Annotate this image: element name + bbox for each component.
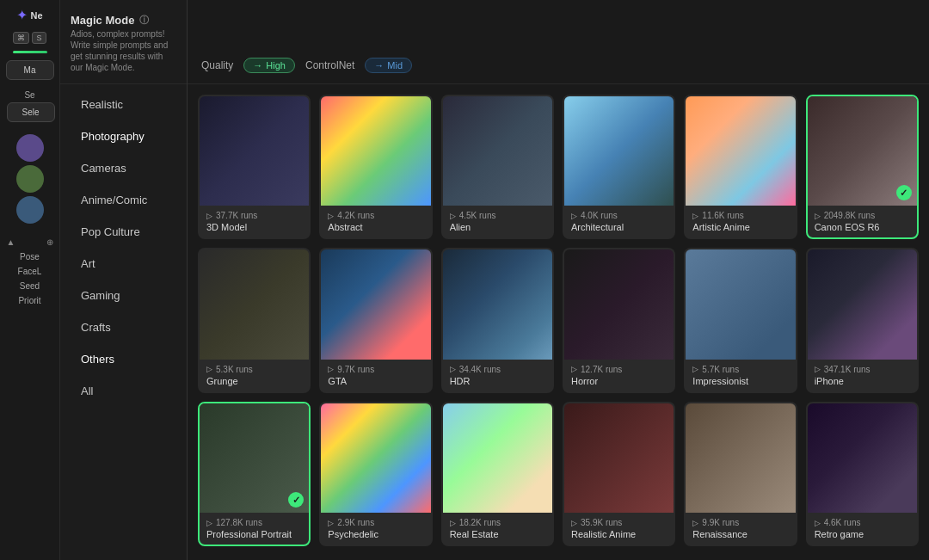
progress-bar [13,51,47,53]
style-item-iphone[interactable]: ▷ 347.1K runs iPhone [806,248,919,392]
controlnet-badge[interactable]: → Mid [365,58,412,73]
category-item-others[interactable]: Others [65,344,181,374]
category-dropdown: Magic Mode ⓘ Adios, complex prompts! Wri… [60,0,188,560]
style-item-gta[interactable]: ▷ 9.7K runs GTA [319,248,432,392]
selected-check: ✓ [288,492,304,508]
style-item-retro[interactable]: ▷ 4.6K runs Retro game [806,402,919,546]
style-item-psychedelic[interactable]: ▷ 2.9K runs Psychedelic [319,402,432,546]
style-runs-3d-model: ▷ 37.7K runs [206,211,302,220]
magic-label[interactable]: Ma [6,60,54,80]
seed-label[interactable]: Seed [20,281,40,291]
style-item-abstract[interactable]: ▷ 4.2K runs Abstract [319,95,432,239]
play-icon: ▷ [692,519,698,527]
style-runs-impressionist: ▷ 5.7K runs [692,365,788,374]
pose-label[interactable]: Pose [20,252,40,262]
play-icon: ▷ [815,212,821,220]
category-item-gaming[interactable]: Gaming [65,280,181,311]
quality-badge[interactable]: → High [243,58,295,73]
style-runs-realistic-anime: ▷ 35.9K runs [571,518,667,527]
style-runs-horror: ▷ 12.7K runs [571,365,667,374]
style-name-canon: Canon EOS R6 [815,222,910,232]
style-item-renaissance[interactable]: ▷ 9.9K runs Renaissance [684,402,797,546]
style-image-portrait: ✓ [200,403,309,513]
controlnet-label: ControlNet [305,59,354,71]
style-runs-portrait: ▷ 127.8K runs [206,518,302,527]
style-info-grunge: ▷ 5.3K runs Grunge [200,360,309,391]
style-image-hdr [443,249,552,359]
avatar-2 [16,165,44,193]
style-name-grunge: Grunge [206,376,302,386]
category-list: RealisticPhotographyCamerasAnime/ComicPo… [60,89,187,406]
style-name-artistic-anime: Artistic Anime [692,222,788,232]
style-image-architectural [564,96,674,206]
section-toggle[interactable]: ▲ ⊕ [7,237,53,247]
category-item-cameras[interactable]: Cameras [65,153,181,183]
style-name-psychedelic: Psychedelic [328,529,423,539]
play-icon: ▷ [692,212,698,220]
style-info-portrait: ▷ 127.8K runs Professional Portrait [200,513,309,545]
play-icon: ▷ [206,519,212,527]
style-item-impressionist[interactable]: ▷ 5.7K runs Impressionist [684,248,797,392]
avatar-3 [16,196,44,224]
style-item-realistic-anime[interactable]: ▷ 35.9K runs Realistic Anime [563,402,675,546]
style-item-3d-model[interactable]: ▷ 37.7K runs 3D Model [198,95,311,239]
style-item-real-estate[interactable]: ▷ 18.2K runs Real Estate [441,402,554,546]
magic-title-text: Magic Mode [71,14,134,27]
play-icon: ▷ [815,365,821,373]
style-item-hdr[interactable]: ▷ 34.4K runs HDR [441,248,554,392]
play-icon: ▷ [328,365,334,373]
controlnet-arrow: → [374,60,384,71]
style-item-canon[interactable]: ✓ ▷ 2049.8K runs Canon EOS R6 [806,95,919,239]
select-label: Se [7,90,53,100]
style-item-portrait[interactable]: ✓ ▷ 127.8K runs Professional Portrait [198,402,311,546]
style-item-alien[interactable]: ▷ 4.5K runs Alien [441,95,554,239]
style-runs-artistic-anime: ▷ 11.6K runs [692,211,788,220]
play-icon: ▷ [692,365,698,373]
style-name-impressionist: Impressionist [692,376,788,386]
style-item-horror[interactable]: ▷ 12.7K runs Horror [563,248,675,392]
face-label[interactable]: FaceL [18,267,42,276]
style-name-realistic-anime: Realistic Anime [571,529,667,539]
style-info-abstract: ▷ 4.2K runs Abstract [321,206,430,237]
style-info-impressionist: ▷ 5.7K runs Impressionist [686,360,795,391]
category-item-anime-comic[interactable]: Anime/Comic [65,185,181,215]
category-item-photography[interactable]: Photography [65,121,181,151]
style-name-architectural: Architectural [571,222,667,232]
priority-label[interactable]: Priorit [18,296,40,305]
play-icon: ▷ [328,212,334,220]
styles-grid-area: ▷ 37.7K runs 3D Model ▷ 4.2K runs Abstra… [188,84,929,560]
avatar-list [16,134,44,224]
style-name-retro: Retro game [815,529,910,539]
category-item-crafts[interactable]: Crafts [65,312,181,342]
style-item-artistic-anime[interactable]: ▷ 11.6K runs Artistic Anime [684,95,797,239]
style-image-realistic-anime [564,403,674,513]
style-info-architectural: ▷ 4.0K runs Architectural [564,206,674,237]
style-runs-renaissance: ▷ 9.9K runs [692,518,788,527]
style-image-renaissance [686,403,795,513]
style-image-3d-model [200,96,309,206]
controlnet-value: Mid [387,60,403,71]
style-name-3d-model: 3D Model [206,222,302,232]
cmd-key: ⌘ [13,32,29,44]
category-item-realistic[interactable]: Realistic [65,89,181,120]
style-name-renaissance: Renaissance [692,529,788,539]
selected-check: ✓ [896,185,912,200]
select-dropdown[interactable]: Sele [7,102,55,122]
category-item-art[interactable]: Art [65,249,181,279]
category-item-pop-culture[interactable]: Pop Culture [65,217,181,247]
magic-subtitle: Adios, complex prompts! Write simple pro… [71,28,176,73]
play-icon: ▷ [328,519,334,527]
style-item-architectural[interactable]: ▷ 4.0K runs Architectural [563,95,675,239]
category-item-all[interactable]: All [65,376,181,406]
style-info-artistic-anime: ▷ 11.6K runs Artistic Anime [686,206,795,237]
style-image-abstract [321,96,430,206]
style-item-grunge[interactable]: ▷ 5.3K runs Grunge [198,248,311,392]
quality-label: Quality [201,59,233,71]
style-info-horror: ▷ 12.7K runs Horror [564,360,674,391]
expand-icon: ▲ [7,237,15,247]
style-info-alien: ▷ 4.5K runs Alien [443,206,552,237]
app-title: Ne [30,10,42,21]
style-runs-iphone: ▷ 347.1K runs [815,365,910,374]
style-info-hdr: ▷ 34.4K runs HDR [443,360,552,391]
style-name-gta: GTA [328,376,423,386]
